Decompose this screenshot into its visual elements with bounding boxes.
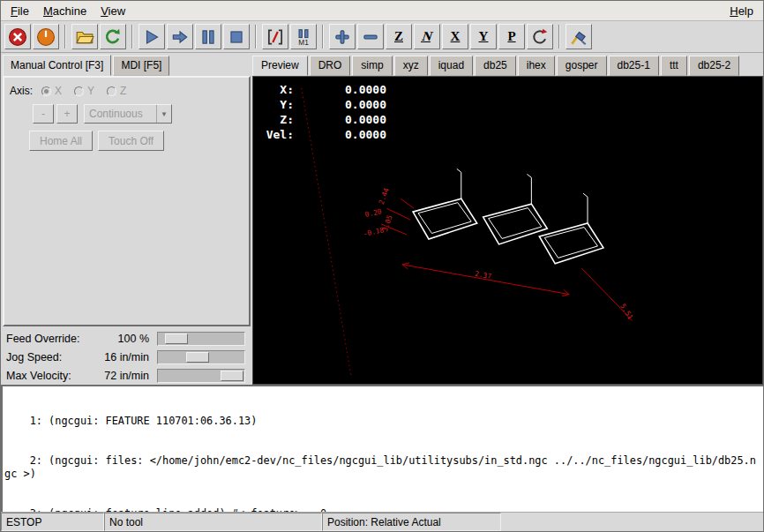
gcode-line: 1: (ngcgui: FEATURE 110701:06.36.13) xyxy=(4,415,762,428)
tab-mdi[interactable]: MDI [F5] xyxy=(113,56,169,76)
axis-row: Axis: X Y Z xyxy=(10,85,243,97)
status-machine-state: ESTOP xyxy=(1,513,104,531)
tab-dro[interactable]: DRO xyxy=(310,56,351,76)
jog-plus-button[interactable]: + xyxy=(56,104,78,124)
menu-file[interactable]: File xyxy=(4,2,36,20)
home-all-button[interactable]: Home All xyxy=(29,131,93,151)
feed-override-slider[interactable] xyxy=(157,332,245,346)
toolbar-separator xyxy=(322,25,324,49)
chevron-down-icon[interactable]: ▼ xyxy=(156,105,171,123)
axis-radio-x-label: X xyxy=(55,85,62,97)
jog-row: - + Continuous ▼ xyxy=(10,104,243,124)
skip-lines-icon xyxy=(266,27,285,47)
axis-limit-line xyxy=(302,88,352,378)
run-button[interactable] xyxy=(139,24,165,49)
max-velocity-slider[interactable] xyxy=(157,369,245,383)
tab-db25-2[interactable]: db25-2 xyxy=(689,56,739,76)
axis-radio-x[interactable]: X xyxy=(41,85,62,97)
machine-power-icon xyxy=(36,27,56,47)
toolbar-separator xyxy=(131,25,133,49)
axis-label: Axis: xyxy=(10,85,33,97)
jog-speed-slider[interactable] xyxy=(157,350,245,364)
axis-radio-z-label: Z xyxy=(120,85,126,97)
reload-button[interactable] xyxy=(100,24,126,49)
tab-ttt[interactable]: ttt xyxy=(661,56,687,76)
optional-pause-m1-icon: M1 xyxy=(294,27,313,47)
clear-plot-button[interactable] xyxy=(566,24,592,49)
jog-speed-label: Jog Speed: xyxy=(6,351,94,363)
menu-machine[interactable]: Machine xyxy=(36,2,94,20)
preview-tabs: Preview DRO simp xyz iquad db25 ihex gos… xyxy=(252,56,763,76)
jog-increment-combobox[interactable]: Continuous ▼ xyxy=(84,104,172,124)
max-velocity-slider-thumb[interactable] xyxy=(221,371,243,381)
open-file-button[interactable] xyxy=(71,24,98,49)
zoom-out-button[interactable] xyxy=(357,24,384,49)
toolbar-separator xyxy=(558,25,560,49)
toolpath-plot: 2.44 0.20 3.05 -0.18 2.37 5.51 xyxy=(253,77,762,384)
jog-minus-button[interactable]: - xyxy=(33,104,54,124)
control-tabs: Manual Control [F3] MDI [F5] xyxy=(3,56,251,76)
rotate-view-icon xyxy=(530,27,550,47)
view-side-button[interactable]: X xyxy=(442,24,468,49)
feed-override-value: 100 % xyxy=(94,333,149,345)
step-button[interactable] xyxy=(167,24,193,49)
status-tool: No tool xyxy=(104,513,322,531)
menu-view[interactable]: View xyxy=(94,2,132,20)
tab-xyz[interactable]: xyz xyxy=(394,56,428,76)
axis-radio-y-label: Y xyxy=(87,85,94,97)
view-perspective-letter: P xyxy=(507,30,515,43)
radio-circle-icon xyxy=(41,86,51,96)
main-area: Manual Control [F3] MDI [F5] Axis: X Y xyxy=(1,54,764,385)
tab-ihex[interactable]: ihex xyxy=(518,56,555,76)
menubar: File Machine View Help xyxy=(1,1,763,21)
stop-button[interactable] xyxy=(223,24,250,49)
toolbar: M1 Z N X Y P xyxy=(1,21,763,53)
tab-db25-1[interactable]: db25-1 xyxy=(609,56,659,76)
touch-off-button[interactable]: Touch Off xyxy=(98,131,164,151)
manual-control-page: Axis: X Y Z - + xyxy=(3,76,251,326)
rotate-view-button[interactable] xyxy=(527,24,553,49)
clear-plot-broom-icon xyxy=(569,27,588,47)
slider-panel: Feed Override: 100 % Jog Speed: 16 in/mi… xyxy=(3,326,251,385)
tab-simp[interactable]: simp xyxy=(352,56,392,76)
view-rotated-top-button[interactable]: N xyxy=(414,24,440,49)
estop-button[interactable] xyxy=(4,24,31,49)
max-velocity-label: Max Velocity: xyxy=(6,370,94,382)
jog-speed-value: 16 in/min xyxy=(94,351,149,363)
gcode-listing[interactable]: 1: (ngcgui: FEATURE 110701:06.36.13) 2: … xyxy=(1,385,764,513)
tab-preview[interactable]: Preview xyxy=(252,56,308,76)
optional-pause-button[interactable]: M1 xyxy=(290,24,317,49)
zoom-in-icon xyxy=(333,27,352,47)
machine-power-button[interactable] xyxy=(33,24,59,49)
skip-lines-button[interactable] xyxy=(262,24,288,49)
estop-icon xyxy=(8,27,27,47)
open-folder-icon xyxy=(75,27,94,47)
run-icon xyxy=(142,27,161,47)
jog-increment-value: Continuous xyxy=(85,108,156,120)
stop-icon xyxy=(227,27,246,47)
tab-manual-control[interactable]: Manual Control [F3] xyxy=(3,55,111,76)
max-velocity-row: Max Velocity: 72 in/min xyxy=(6,366,247,385)
preview-canvas[interactable]: X:0.0000 Y:0.0000 Z:0.0000 Vel:0.0000 xyxy=(252,76,763,385)
axis-radio-y[interactable]: Y xyxy=(74,85,94,97)
view-top-button[interactable]: Z xyxy=(386,24,412,49)
tab-iquad[interactable]: iquad xyxy=(430,56,473,76)
view-front-letter: Y xyxy=(479,30,489,43)
axis-window: File Machine View Help xyxy=(0,0,764,532)
view-perspective-button[interactable]: P xyxy=(498,24,525,49)
radio-circle-icon xyxy=(74,86,84,96)
toolbar-separator xyxy=(255,25,257,49)
zoom-in-button[interactable] xyxy=(329,24,356,49)
tab-gosper[interactable]: gosper xyxy=(557,56,607,76)
svg-text:M1: M1 xyxy=(298,39,309,47)
menu-help[interactable]: Help xyxy=(723,2,760,20)
dimension-leader xyxy=(401,199,414,208)
jog-speed-slider-thumb[interactable] xyxy=(186,352,209,363)
axis-radio-z[interactable]: Z xyxy=(107,85,126,97)
reload-icon xyxy=(103,27,123,47)
tab-db25[interactable]: db25 xyxy=(475,56,516,76)
view-front-button[interactable]: Y xyxy=(470,24,497,49)
feed-override-slider-thumb[interactable] xyxy=(165,333,188,344)
home-row: Home All Touch Off xyxy=(10,131,243,151)
pause-button[interactable] xyxy=(195,24,221,49)
